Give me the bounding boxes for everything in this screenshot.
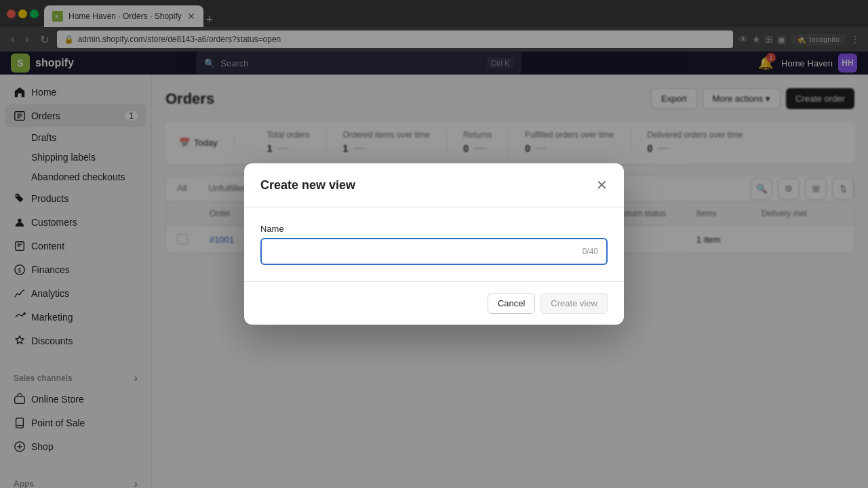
create-view-button[interactable]: Create view bbox=[540, 293, 608, 314]
modal-title: Create new view bbox=[260, 178, 355, 192]
close-icon: ✕ bbox=[596, 177, 608, 193]
cancel-button[interactable]: Cancel bbox=[488, 293, 535, 314]
name-input-wrapper: 0/40 bbox=[260, 238, 608, 265]
modal-footer: Cancel Create view bbox=[244, 281, 624, 325]
modal-close-button[interactable]: ✕ bbox=[596, 177, 608, 193]
create-view-modal: Create new view ✕ Name 0/40 Cancel Creat… bbox=[244, 163, 624, 325]
modal-header: Create new view ✕ bbox=[244, 163, 624, 207]
char-count: 0/40 bbox=[583, 247, 598, 256]
modal-body: Name 0/40 bbox=[244, 207, 624, 281]
name-label: Name bbox=[260, 224, 608, 234]
name-input[interactable] bbox=[270, 246, 583, 257]
modal-overlay: Create new view ✕ Name 0/40 Cancel Creat… bbox=[0, 0, 868, 488]
